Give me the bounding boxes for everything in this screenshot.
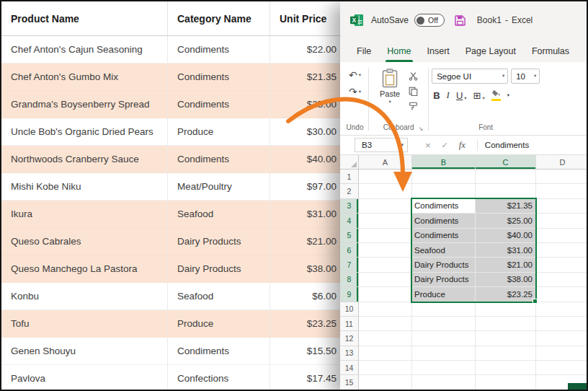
row-header-11[interactable]: 11 [340,317,359,331]
grid-row[interactable]: Queso CabralesDairy Products$21.00 [1,228,340,255]
cell-D8[interactable] [536,273,588,287]
autosave-toggle[interactable]: Off [414,14,445,27]
row-header-8[interactable]: 8 [340,273,359,287]
row-header-12[interactable]: 12 [340,331,359,346]
clipboard-dialog-launcher-icon[interactable]: ↘ [418,126,423,132]
column-header-A[interactable]: A [359,155,412,170]
ribbon-tab-formulas[interactable]: Formulas [524,42,577,62]
row-header-14[interactable]: 14 [340,361,359,375]
undo-button[interactable]: ↶ ▾ [349,70,361,80]
cell-A2[interactable] [359,184,412,198]
grid-row[interactable]: Chef Anton's Cajun SeasoningCondiments$2… [1,36,340,63]
cell-D6[interactable] [536,243,588,258]
cell-A15[interactable] [359,375,412,390]
cell-C1[interactable] [476,170,536,184]
column-header-category-name[interactable]: Category Name [168,1,270,35]
underline-button[interactable]: U ▾ [456,90,467,101]
cell-C6[interactable]: $31.00 [476,243,536,258]
cell-C8[interactable]: $38.00 [476,273,536,287]
formula-bar-content[interactable]: Condiments [485,141,529,149]
grid-row[interactable]: IkuraSeafood$31.00 [1,201,340,228]
grid-row[interactable]: Genen ShouyuCondiments$15.50 [1,338,340,365]
font-size-combobox[interactable]: 10 ▾ [511,69,540,84]
row-header-10[interactable]: 10 [340,302,359,317]
paste-button[interactable]: Paste ▾ [376,67,404,123]
grid-row[interactable]: Mishi Kobe NikuMeat/Poultry$97.00 [1,173,340,201]
cell-C4[interactable]: $25.00 [476,214,536,228]
font-name-combobox[interactable]: Segoe UI ▾ [432,69,508,84]
cell-D11[interactable] [536,317,588,331]
redo-button[interactable]: ↷ ▾ [349,87,361,97]
cell-A10[interactable] [359,302,412,317]
cell-A3[interactable] [359,199,412,214]
grid-row[interactable]: Grandma's Boysenberry SpreadCondiments$2… [1,91,340,118]
cell-C15[interactable] [476,375,536,390]
column-header-product-name[interactable]: Product Name [1,1,168,35]
grid-row[interactable]: Uncle Bob's Organic Dried PearsProduce$3… [1,118,340,146]
cell-A7[interactable] [359,258,412,272]
copy-button[interactable] [409,87,418,96]
cell-B3[interactable]: Condiments [412,199,476,214]
cell-C7[interactable]: $21.00 [476,258,536,272]
fill-color-button[interactable] [491,89,501,101]
cell-D14[interactable] [536,361,588,375]
row-header-15[interactable]: 15 [340,375,359,390]
grid-row[interactable]: PavlovaConfections$17.45 [1,365,340,391]
cell-A4[interactable] [359,214,412,228]
cell-D1[interactable] [536,170,588,184]
cell-B1[interactable] [412,170,476,184]
cell-C2[interactable] [476,184,536,198]
cell-C3[interactable]: $21.35 [476,199,536,214]
grid-row[interactable]: Northwoods Cranberry SauceCondiments$40.… [1,146,340,173]
cell-C12[interactable] [476,331,536,346]
cell-A13[interactable] [359,346,412,361]
cell-D13[interactable] [536,346,588,361]
cell-A1[interactable] [359,170,412,184]
cell-B9[interactable]: Produce [412,287,476,302]
insert-function-icon[interactable]: fx [459,140,466,151]
cell-D9[interactable] [536,287,588,302]
bold-button[interactable]: B [433,90,440,101]
cell-A12[interactable] [359,331,412,346]
cell-D2[interactable] [536,184,588,198]
row-header-5[interactable]: 5 [340,229,359,243]
cell-B4[interactable]: Condiments [412,214,476,228]
cut-button[interactable] [409,71,418,81]
cell-D3[interactable] [536,199,588,214]
ribbon-tab-page-layout[interactable]: Page Layout [458,42,524,62]
cell-B7[interactable]: Dairy Products [412,258,476,272]
cell-B12[interactable] [412,331,476,346]
cell-B2[interactable] [412,184,476,198]
grid-row[interactable]: KonbuSeafood$6.00 [1,283,340,310]
cell-D4[interactable] [536,214,588,228]
cell-C10[interactable] [476,302,536,317]
column-header-D[interactable]: D [536,155,588,170]
row-header-6[interactable]: 6 [340,243,359,258]
cell-B14[interactable] [412,361,476,375]
ribbon-tab-insert[interactable]: Insert [419,42,458,62]
italic-button[interactable]: I [447,89,450,101]
cell-B8[interactable]: Dairy Products [412,273,476,287]
undo-group-label[interactable]: Undo [347,123,364,131]
cell-B10[interactable] [412,302,476,317]
grid-row[interactable]: Chef Anton's Gumbo MixCondiments$21.35 [1,63,340,91]
grid-row[interactable]: TofuProduce$23.25 [1,310,340,338]
cell-D7[interactable] [536,258,588,272]
cell-D10[interactable] [536,302,588,317]
column-header-C[interactable]: C [476,155,536,170]
cell-A5[interactable] [359,229,412,243]
ribbon-tab-home[interactable]: Home [379,42,419,62]
cell-A11[interactable] [359,317,412,331]
cell-B11[interactable] [412,317,476,331]
cell-D5[interactable] [536,229,588,243]
row-header-7[interactable]: 7 [340,258,359,272]
cell-C13[interactable] [476,346,536,361]
cell-D12[interactable] [536,331,588,346]
cell-A6[interactable] [359,243,412,258]
row-header-3[interactable]: 3 [340,199,359,214]
name-box[interactable]: B3 ▾ [355,138,408,152]
cell-B6[interactable]: Seafood [412,243,476,258]
cell-A8[interactable] [359,273,412,287]
cell-B5[interactable]: Condiments [412,229,476,243]
clipboard-group-label[interactable]: Clipboard [383,123,414,131]
